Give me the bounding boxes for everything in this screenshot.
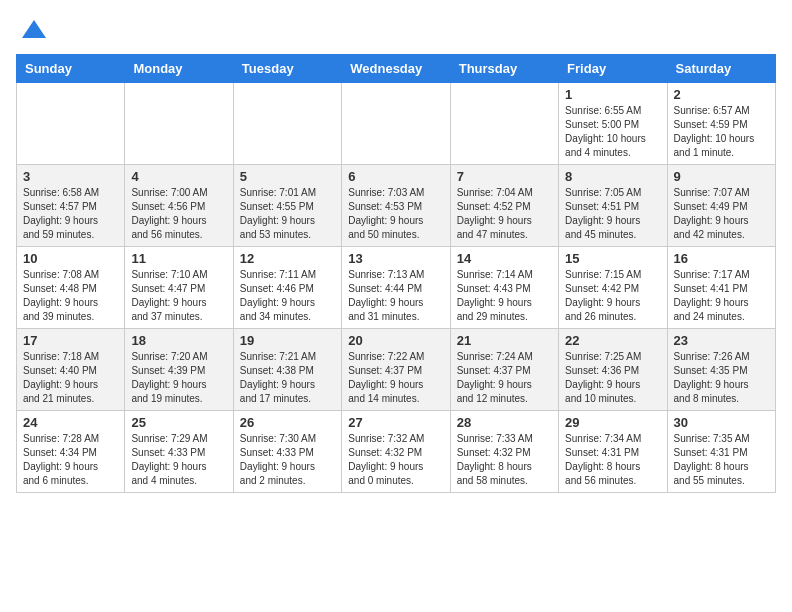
calendar-cell — [342, 83, 450, 165]
day-number: 15 — [565, 251, 660, 266]
day-info: Sunrise: 7:18 AM Sunset: 4:40 PM Dayligh… — [23, 350, 118, 406]
day-info: Sunrise: 7:07 AM Sunset: 4:49 PM Dayligh… — [674, 186, 769, 242]
day-info: Sunrise: 7:29 AM Sunset: 4:33 PM Dayligh… — [131, 432, 226, 488]
calendar-cell: 10Sunrise: 7:08 AM Sunset: 4:48 PM Dayli… — [17, 247, 125, 329]
calendar-table: SundayMondayTuesdayWednesdayThursdayFrid… — [16, 54, 776, 493]
calendar-cell: 13Sunrise: 7:13 AM Sunset: 4:44 PM Dayli… — [342, 247, 450, 329]
day-info: Sunrise: 7:34 AM Sunset: 4:31 PM Dayligh… — [565, 432, 660, 488]
day-info: Sunrise: 7:11 AM Sunset: 4:46 PM Dayligh… — [240, 268, 335, 324]
day-info: Sunrise: 7:33 AM Sunset: 4:32 PM Dayligh… — [457, 432, 552, 488]
calendar-cell: 23Sunrise: 7:26 AM Sunset: 4:35 PM Dayli… — [667, 329, 775, 411]
day-info: Sunrise: 7:05 AM Sunset: 4:51 PM Dayligh… — [565, 186, 660, 242]
day-info: Sunrise: 7:17 AM Sunset: 4:41 PM Dayligh… — [674, 268, 769, 324]
calendar-cell: 18Sunrise: 7:20 AM Sunset: 4:39 PM Dayli… — [125, 329, 233, 411]
day-number: 13 — [348, 251, 443, 266]
day-info: Sunrise: 7:24 AM Sunset: 4:37 PM Dayligh… — [457, 350, 552, 406]
day-info: Sunrise: 6:57 AM Sunset: 4:59 PM Dayligh… — [674, 104, 769, 160]
day-number: 24 — [23, 415, 118, 430]
day-info: Sunrise: 7:25 AM Sunset: 4:36 PM Dayligh… — [565, 350, 660, 406]
calendar-weekday-wednesday: Wednesday — [342, 55, 450, 83]
calendar-cell — [17, 83, 125, 165]
day-info: Sunrise: 7:21 AM Sunset: 4:38 PM Dayligh… — [240, 350, 335, 406]
day-info: Sunrise: 7:10 AM Sunset: 4:47 PM Dayligh… — [131, 268, 226, 324]
logo — [16, 16, 48, 44]
day-number: 14 — [457, 251, 552, 266]
calendar-cell: 1Sunrise: 6:55 AM Sunset: 5:00 PM Daylig… — [559, 83, 667, 165]
calendar-cell: 7Sunrise: 7:04 AM Sunset: 4:52 PM Daylig… — [450, 165, 558, 247]
day-info: Sunrise: 7:01 AM Sunset: 4:55 PM Dayligh… — [240, 186, 335, 242]
day-info: Sunrise: 7:28 AM Sunset: 4:34 PM Dayligh… — [23, 432, 118, 488]
calendar-week-row: 10Sunrise: 7:08 AM Sunset: 4:48 PM Dayli… — [17, 247, 776, 329]
day-info: Sunrise: 7:14 AM Sunset: 4:43 PM Dayligh… — [457, 268, 552, 324]
day-number: 25 — [131, 415, 226, 430]
calendar-weekday-friday: Friday — [559, 55, 667, 83]
calendar-weekday-tuesday: Tuesday — [233, 55, 341, 83]
day-number: 28 — [457, 415, 552, 430]
day-info: Sunrise: 7:00 AM Sunset: 4:56 PM Dayligh… — [131, 186, 226, 242]
calendar-cell: 11Sunrise: 7:10 AM Sunset: 4:47 PM Dayli… — [125, 247, 233, 329]
day-info: Sunrise: 7:32 AM Sunset: 4:32 PM Dayligh… — [348, 432, 443, 488]
page: SundayMondayTuesdayWednesdayThursdayFrid… — [0, 0, 792, 509]
logo-icon — [20, 16, 48, 44]
calendar-cell: 19Sunrise: 7:21 AM Sunset: 4:38 PM Dayli… — [233, 329, 341, 411]
calendar-cell: 6Sunrise: 7:03 AM Sunset: 4:53 PM Daylig… — [342, 165, 450, 247]
day-info: Sunrise: 7:13 AM Sunset: 4:44 PM Dayligh… — [348, 268, 443, 324]
calendar-cell: 30Sunrise: 7:35 AM Sunset: 4:31 PM Dayli… — [667, 411, 775, 493]
calendar-cell — [125, 83, 233, 165]
day-number: 29 — [565, 415, 660, 430]
calendar-cell: 17Sunrise: 7:18 AM Sunset: 4:40 PM Dayli… — [17, 329, 125, 411]
calendar-cell: 3Sunrise: 6:58 AM Sunset: 4:57 PM Daylig… — [17, 165, 125, 247]
calendar-weekday-sunday: Sunday — [17, 55, 125, 83]
day-number: 20 — [348, 333, 443, 348]
calendar-cell: 24Sunrise: 7:28 AM Sunset: 4:34 PM Dayli… — [17, 411, 125, 493]
day-number: 27 — [348, 415, 443, 430]
calendar-week-row: 17Sunrise: 7:18 AM Sunset: 4:40 PM Dayli… — [17, 329, 776, 411]
day-number: 21 — [457, 333, 552, 348]
calendar-cell: 20Sunrise: 7:22 AM Sunset: 4:37 PM Dayli… — [342, 329, 450, 411]
calendar-cell: 2Sunrise: 6:57 AM Sunset: 4:59 PM Daylig… — [667, 83, 775, 165]
day-number: 5 — [240, 169, 335, 184]
calendar-cell: 21Sunrise: 7:24 AM Sunset: 4:37 PM Dayli… — [450, 329, 558, 411]
calendar-cell: 4Sunrise: 7:00 AM Sunset: 4:56 PM Daylig… — [125, 165, 233, 247]
calendar-cell: 22Sunrise: 7:25 AM Sunset: 4:36 PM Dayli… — [559, 329, 667, 411]
day-number: 8 — [565, 169, 660, 184]
day-number: 16 — [674, 251, 769, 266]
calendar-weekday-monday: Monday — [125, 55, 233, 83]
calendar-cell: 26Sunrise: 7:30 AM Sunset: 4:33 PM Dayli… — [233, 411, 341, 493]
calendar-week-row: 3Sunrise: 6:58 AM Sunset: 4:57 PM Daylig… — [17, 165, 776, 247]
calendar-weekday-thursday: Thursday — [450, 55, 558, 83]
calendar-cell: 27Sunrise: 7:32 AM Sunset: 4:32 PM Dayli… — [342, 411, 450, 493]
calendar-cell: 29Sunrise: 7:34 AM Sunset: 4:31 PM Dayli… — [559, 411, 667, 493]
day-number: 26 — [240, 415, 335, 430]
calendar-cell — [233, 83, 341, 165]
header — [16, 16, 776, 44]
day-number: 4 — [131, 169, 226, 184]
calendar-cell: 12Sunrise: 7:11 AM Sunset: 4:46 PM Dayli… — [233, 247, 341, 329]
day-number: 2 — [674, 87, 769, 102]
day-info: Sunrise: 7:04 AM Sunset: 4:52 PM Dayligh… — [457, 186, 552, 242]
day-number: 19 — [240, 333, 335, 348]
day-number: 30 — [674, 415, 769, 430]
day-number: 9 — [674, 169, 769, 184]
calendar-cell: 8Sunrise: 7:05 AM Sunset: 4:51 PM Daylig… — [559, 165, 667, 247]
day-info: Sunrise: 7:30 AM Sunset: 4:33 PM Dayligh… — [240, 432, 335, 488]
day-number: 7 — [457, 169, 552, 184]
calendar-cell: 16Sunrise: 7:17 AM Sunset: 4:41 PM Dayli… — [667, 247, 775, 329]
day-number: 22 — [565, 333, 660, 348]
day-info: Sunrise: 7:03 AM Sunset: 4:53 PM Dayligh… — [348, 186, 443, 242]
day-info: Sunrise: 7:22 AM Sunset: 4:37 PM Dayligh… — [348, 350, 443, 406]
day-info: Sunrise: 7:20 AM Sunset: 4:39 PM Dayligh… — [131, 350, 226, 406]
calendar-cell: 25Sunrise: 7:29 AM Sunset: 4:33 PM Dayli… — [125, 411, 233, 493]
day-number: 12 — [240, 251, 335, 266]
calendar-week-row: 1Sunrise: 6:55 AM Sunset: 5:00 PM Daylig… — [17, 83, 776, 165]
day-info: Sunrise: 7:08 AM Sunset: 4:48 PM Dayligh… — [23, 268, 118, 324]
day-number: 3 — [23, 169, 118, 184]
day-number: 11 — [131, 251, 226, 266]
calendar-cell: 5Sunrise: 7:01 AM Sunset: 4:55 PM Daylig… — [233, 165, 341, 247]
day-info: Sunrise: 7:26 AM Sunset: 4:35 PM Dayligh… — [674, 350, 769, 406]
day-info: Sunrise: 6:58 AM Sunset: 4:57 PM Dayligh… — [23, 186, 118, 242]
calendar-weekday-saturday: Saturday — [667, 55, 775, 83]
calendar-cell: 14Sunrise: 7:14 AM Sunset: 4:43 PM Dayli… — [450, 247, 558, 329]
day-number: 10 — [23, 251, 118, 266]
day-info: Sunrise: 7:35 AM Sunset: 4:31 PM Dayligh… — [674, 432, 769, 488]
